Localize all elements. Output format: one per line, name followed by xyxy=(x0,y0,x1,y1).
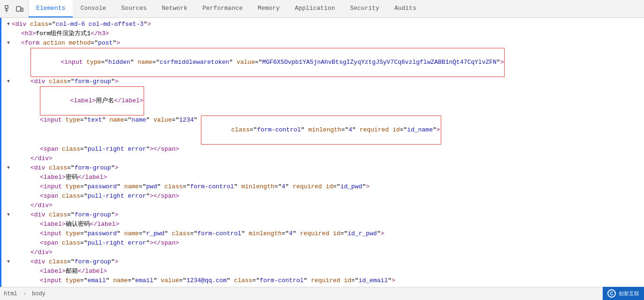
svg-rect-4 xyxy=(21,8,23,11)
breadcrumb-body[interactable]: body xyxy=(32,291,46,297)
collapse-arrow xyxy=(5,276,12,285)
collapse-arrow xyxy=(5,182,12,192)
collapse-arrow[interactable]: ▼ xyxy=(5,210,12,220)
collapse-arrow xyxy=(5,115,12,125)
dom-line: <span class="pull-right error"></span> xyxy=(1,285,644,287)
svg-rect-3 xyxy=(16,7,21,11)
dom-line: <h3>form组件渲染方式1</h3> xyxy=(1,29,644,38)
tab-elements[interactable]: Elements xyxy=(29,0,73,17)
dom-tree[interactable]: ▼ <div class="col-md-6 col-md-offset-3">… xyxy=(1,18,644,287)
collapse-arrow xyxy=(5,173,12,182)
collapse-arrow xyxy=(5,154,12,163)
dom-line: <span class="pull-right error"></span> xyxy=(1,238,644,248)
tab-audits[interactable]: Audits xyxy=(387,0,424,17)
collapse-arrow xyxy=(5,248,12,257)
dom-line: </div> xyxy=(1,201,644,210)
collapse-arrow xyxy=(5,201,12,210)
collapse-arrow[interactable]: ▼ xyxy=(5,77,12,86)
collapse-arrow[interactable]: ▼ xyxy=(5,257,12,267)
tab-bar: Elements Console Sources Network Perform… xyxy=(0,0,644,18)
dom-line: <span class="pull-right error"></span> xyxy=(1,145,644,154)
collapse-arrow xyxy=(5,229,12,238)
dom-line: <input type="text" name="name" value="12… xyxy=(1,115,644,145)
bottom-bar: html › body xyxy=(0,287,644,300)
collapse-arrow xyxy=(5,285,12,287)
tab-performance[interactable]: Performance xyxy=(195,0,250,17)
collapse-arrow xyxy=(5,267,12,276)
dom-line: ▼ <div class="form-group"> xyxy=(1,77,644,86)
dom-line: <input type="hidden" name="csrfmiddlewar… xyxy=(1,48,644,77)
tab-application[interactable]: Application xyxy=(287,0,343,17)
collapse-arrow xyxy=(5,86,12,96)
inspect-icon[interactable] xyxy=(4,4,13,14)
dom-line: ▼ <div class="form-group"> xyxy=(1,163,644,173)
device-toggle-icon[interactable] xyxy=(15,4,24,14)
dom-line: </div> xyxy=(1,154,644,163)
dom-line: <input type="password" name="pwd" class=… xyxy=(1,182,644,192)
main-tabs: Elements Console Sources Network Perform… xyxy=(29,0,644,17)
dom-line: <input type="password" name="r_pwd" clas… xyxy=(1,229,644,238)
dom-line: ▼ <div class="form-group"> xyxy=(1,257,644,267)
tab-sources[interactable]: Sources xyxy=(114,0,154,17)
breadcrumb-html[interactable]: html xyxy=(4,291,17,297)
collapse-arrow xyxy=(5,29,12,38)
dom-line: <label>邮箱</label> xyxy=(1,267,644,276)
dom-line: ▼ <div class="col-md-6 col-md-offset-3"> xyxy=(1,20,644,29)
watermark: C 创新互联 xyxy=(603,287,644,300)
collapse-arrow xyxy=(5,145,12,154)
toolbar-icons xyxy=(0,0,29,17)
watermark-text: 创新互联 xyxy=(619,290,639,297)
collapse-arrow[interactable]: ▼ xyxy=(5,38,12,48)
dom-line: <span class="pull-right error"></span> xyxy=(1,192,644,201)
dom-line: <label>密码</label> xyxy=(1,173,644,182)
tab-security[interactable]: Security xyxy=(343,0,387,17)
collapse-arrow[interactable]: ▼ xyxy=(5,20,12,29)
dom-line: <label>确认密码</label> xyxy=(1,220,644,229)
collapse-arrow[interactable]: ▼ xyxy=(5,163,12,173)
collapse-arrow xyxy=(5,238,12,248)
main-area: ▼ <div class="col-md-6 col-md-offset-3">… xyxy=(0,18,644,287)
dom-line: <label>用户名</label> xyxy=(1,86,644,115)
collapse-arrow xyxy=(5,220,12,229)
dom-line: ▼ <form action method="post"> xyxy=(1,38,644,48)
tab-console[interactable]: Console xyxy=(73,0,114,17)
dom-line: </div> xyxy=(1,248,644,257)
svg-rect-0 xyxy=(5,6,8,8)
tab-network[interactable]: Network xyxy=(154,0,195,17)
tab-memory[interactable]: Memory xyxy=(250,0,287,17)
collapse-arrow xyxy=(5,48,12,57)
collapse-arrow xyxy=(5,192,12,201)
dom-line: ▼ <div class="form-group"> xyxy=(1,210,644,220)
watermark-icon: C xyxy=(607,289,616,298)
dom-line: <input type="email" name="email" value="… xyxy=(1,276,644,285)
